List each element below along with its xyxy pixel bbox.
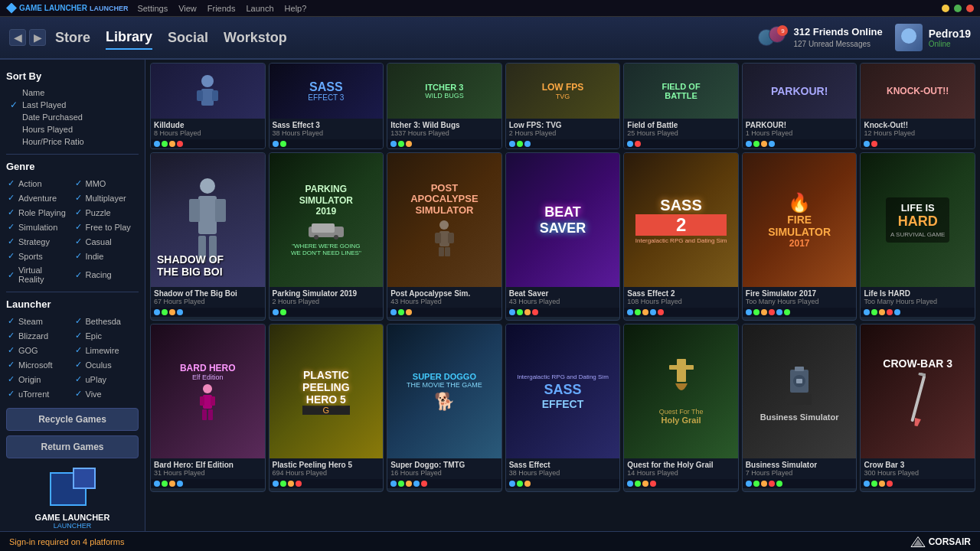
svg-rect-16: [435, 233, 441, 243]
sort-hour-price[interactable]: Hour/Price Ratio: [6, 135, 139, 148]
launcher-vive[interactable]: ✓Vive: [74, 387, 139, 400]
game-card-doggo-icons: [387, 479, 501, 488]
genre-strategy[interactable]: ✓Strategy: [6, 235, 72, 248]
game-card-lifehard-icons: [861, 308, 975, 317]
game-card-holygrail[interactable]: Quest For The Holy Grail Quest for the H…: [623, 324, 739, 492]
game-card-postapoc[interactable]: POSTAPOCALYPSESIMULATOR Post Apocalypse …: [387, 152, 502, 321]
user-section[interactable]: Pedro19 Online: [895, 24, 971, 51]
tab-social[interactable]: Social: [168, 27, 208, 49]
game-card-lifehard[interactable]: LIFE IS HARD A SURVIVAL GAME Life Is HAR…: [860, 152, 975, 321]
launcher-microsoft[interactable]: ✓Microsoft: [6, 358, 72, 371]
game-card-plastic[interactable]: PLASTIC PEELING HERO 5 G Plastic Peeling…: [269, 324, 384, 492]
sort-hours-played[interactable]: Hours Played: [6, 123, 139, 135]
launcher-bethesda[interactable]: ✓Bethesda: [74, 315, 139, 328]
game-card-parking[interactable]: PARKINGSIMULATOR2019 "WHERE WE'RE GOINGW…: [269, 152, 384, 321]
launcher-limewire[interactable]: ✓Limewire: [74, 344, 139, 357]
genre-free-to-play[interactable]: ✓Free to Play: [74, 220, 139, 233]
genre-role-playing[interactable]: ✓Role Playing: [6, 206, 72, 219]
launcher-blizzard[interactable]: ✓Blizzard: [6, 329, 72, 342]
launcher-uplay[interactable]: ✓uPlay: [74, 373, 139, 386]
minimize-button[interactable]: [942, 5, 949, 12]
game-card-shadow-title: Shadow of The Big Boi: [154, 289, 262, 298]
game-card-killdude[interactable]: Killdude 8 Hours Played: [150, 63, 266, 149]
maximize-button[interactable]: [954, 5, 962, 12]
launcher-gog[interactable]: ✓GOG: [6, 344, 72, 357]
friends-section[interactable]: 9 312 Friends Online 127 Unread Messages: [758, 26, 882, 49]
game-card-parking-icons: [270, 308, 384, 317]
genre-puzzle[interactable]: ✓Puzzle: [74, 206, 139, 219]
game-card-itcher3[interactable]: ITCHER 3 WILD BUGS Itcher 3: Wild Bugs 1…: [387, 63, 502, 149]
app-logo-icon: [6, 3, 17, 14]
app-logo: GAME LAUNCHER LAUNCHER: [6, 3, 128, 14]
sort-name[interactable]: Name: [6, 86, 139, 99]
genre-casual[interactable]: ✓Casual: [74, 235, 139, 248]
game-card-business-hours: 7 Hours Played: [746, 469, 854, 477]
game-card-crowbar[interactable]: CROW-BAR 3 Crow Bar 3 300 Hours Played: [860, 324, 975, 492]
game-card-shadow-hours: 67 Hours Played: [154, 298, 262, 305]
svg-rect-1: [201, 89, 214, 106]
game-card-beatsaver[interactable]: BEAT SAVER Beat Saver 43 Hours Played: [505, 152, 621, 321]
user-avatar: [895, 24, 923, 51]
return-games-button[interactable]: Return Games: [6, 435, 139, 458]
sort-date-purchased[interactable]: Date Purchased: [6, 111, 139, 123]
game-card-parkour[interactable]: PARKOUR! PARKOUR! 1 Hours Played: [742, 63, 858, 149]
close-button[interactable]: [966, 5, 974, 12]
game-card-beatsaver-hours: 43 Hours Played: [509, 298, 617, 305]
tab-workstop[interactable]: Workstop: [224, 27, 287, 49]
game-card-killdude-icons: [151, 139, 265, 148]
menu-view[interactable]: View: [178, 4, 197, 13]
genre-sports[interactable]: ✓Sports: [6, 249, 72, 262]
game-card-sass2[interactable]: SASS 2 Intergalactic RPG and Dating Sim …: [623, 152, 739, 321]
tab-store[interactable]: Store: [55, 27, 90, 49]
game-card-shadow[interactable]: SHADOW OFTHE BIG BOI Shadow of The Big B…: [150, 152, 266, 321]
launcher-epic[interactable]: ✓Epic: [74, 329, 139, 342]
game-card-business[interactable]: Business Simulator Business Simulator 7 …: [742, 324, 858, 492]
game-card-killdude-info: Killdude 8 Hours Played: [151, 119, 265, 139]
genre-mmo[interactable]: ✓MMO: [74, 177, 139, 190]
game-card-sasseffect[interactable]: Intergalactic RPG and Dating Sim SASS EF…: [505, 324, 621, 492]
game-card-lowfps[interactable]: LOW FPS TVG Low FPS: TVG 2 Hours Played: [505, 63, 621, 149]
menu-friends[interactable]: Friends: [207, 4, 236, 13]
platform-dot: [406, 141, 412, 147]
game-card-fire[interactable]: 🔥 FIRE SIMULATOR 2017 Fire Simulator 201…: [742, 152, 858, 321]
launcher-oculus[interactable]: ✓Oculus: [74, 358, 139, 371]
svg-point-12: [314, 235, 318, 240]
game-card-knockout[interactable]: KNOCK-OUT!! Knock-Out!! 12 Hours Played: [860, 63, 975, 149]
tab-library[interactable]: Library: [106, 26, 152, 50]
svg-rect-17: [448, 233, 454, 243]
genre-indie[interactable]: ✓Indie: [74, 249, 139, 262]
game-card-bard-title: Bard Hero: Elf Edition: [154, 461, 262, 469]
genre-action[interactable]: ✓Action: [6, 177, 72, 190]
genre-vr[interactable]: ✓Virtual Reality: [6, 264, 72, 285]
game-card-doggo-title: Super Doggo: TMTG: [390, 461, 498, 469]
svg-rect-6: [189, 199, 200, 222]
launcher-utorrent[interactable]: ✓uTorrent: [6, 387, 72, 400]
sort-last-played[interactable]: ✓ Last Played: [6, 99, 139, 111]
game-card-fire-hours: Too Many Hours Played: [746, 298, 854, 305]
sort-last-played-label: Last Played: [22, 100, 66, 109]
menu-launch[interactable]: Launch: [246, 4, 273, 13]
svg-rect-27: [669, 365, 694, 370]
recycle-games-button[interactable]: Recycle Games: [6, 408, 139, 431]
corsair-brand: CORSAIR: [910, 536, 971, 548]
game-card-field[interactable]: FIELD OF BATTLE Field of Battle 25 Hours…: [623, 63, 739, 149]
menu-help[interactable]: Help?: [285, 4, 307, 13]
genre-multiplayer[interactable]: ✓Multiplayer: [74, 191, 139, 204]
game-card-itcher3-icons: [387, 139, 501, 148]
game-card-sass2-info: Sass Effect 2 108 Hours Played: [624, 287, 738, 308]
game-card-sass3[interactable]: SASS EFFECT 3 Sass Effect 3 38 Hours Pla…: [269, 63, 384, 149]
sort-last-played-check: ✓: [9, 100, 18, 109]
genre-racing[interactable]: ✓Racing: [74, 264, 139, 285]
game-card-bard[interactable]: BARD HERO Elf Edition: [150, 324, 266, 492]
menu-settings[interactable]: Settings: [137, 4, 168, 13]
launcher-steam[interactable]: ✓Steam: [6, 315, 72, 328]
genre-simulation[interactable]: ✓Simulation: [6, 220, 72, 233]
platform-dot: [509, 481, 515, 487]
launcher-origin[interactable]: ✓Origin: [6, 373, 72, 386]
game-card-doggo[interactable]: SUPER DOGGO THE MOVIE THE GAME 🐕 Super D…: [387, 324, 502, 492]
platform-dot: [280, 481, 286, 487]
nav-forward-button[interactable]: ▶: [29, 29, 46, 46]
platform-dot: [162, 141, 168, 147]
genre-adventure[interactable]: ✓Adventure: [6, 191, 72, 204]
nav-back-button[interactable]: ◀: [9, 29, 26, 46]
